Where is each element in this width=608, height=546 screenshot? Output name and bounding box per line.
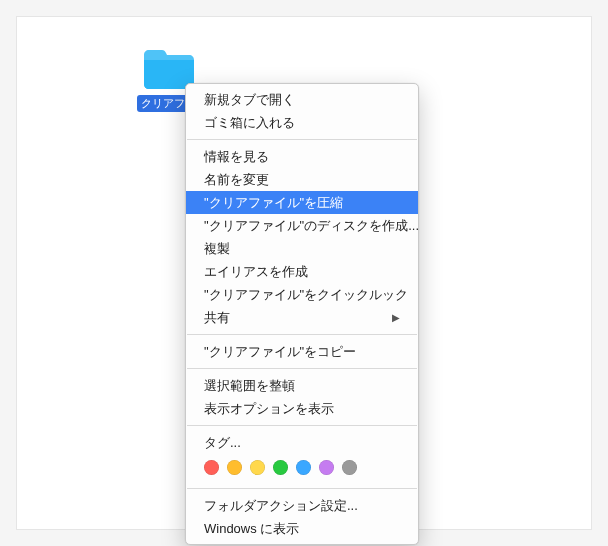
menu-copy[interactable]: "クリアファイル"をコピー [186, 340, 418, 363]
menu-label: ゴミ箱に入れる [204, 114, 295, 131]
tag-red[interactable] [204, 460, 219, 475]
menu-view-options[interactable]: 表示オプションを表示 [186, 397, 418, 420]
menu-arrange-selection[interactable]: 選択範囲を整頓 [186, 374, 418, 397]
menu-label: 情報を見る [204, 148, 269, 165]
tag-orange[interactable] [227, 460, 242, 475]
tag-purple[interactable] [319, 460, 334, 475]
desktop-area[interactable]: クリアファ… 新規タブで開く ゴミ箱に入れる 情報を見る 名前を変更 "クリアフ… [16, 16, 592, 530]
menu-label: 複製 [204, 240, 230, 257]
menu-separator [187, 368, 417, 369]
menu-label: 共有 [204, 309, 230, 326]
menu-rename[interactable]: 名前を変更 [186, 168, 418, 191]
tag-green[interactable] [273, 460, 288, 475]
menu-folder-actions[interactable]: フォルダアクション設定... [186, 494, 418, 517]
menu-get-info[interactable]: 情報を見る [186, 145, 418, 168]
menu-separator [187, 334, 417, 335]
menu-burn-disk[interactable]: "クリアファイル"のディスクを作成... [186, 214, 418, 237]
tag-gray[interactable] [342, 460, 357, 475]
menu-separator [187, 488, 417, 489]
menu-duplicate[interactable]: 複製 [186, 237, 418, 260]
menu-label: Windows に表示 [204, 520, 299, 537]
menu-label: "クリアファイル"をクイックルック [204, 286, 408, 303]
menu-label: "クリアファイル"をコピー [204, 343, 356, 360]
menu-separator [187, 425, 417, 426]
menu-label: "クリアファイル"を圧縮 [204, 194, 343, 211]
context-menu: 新規タブで開く ゴミ箱に入れる 情報を見る 名前を変更 "クリアファイル"を圧縮… [185, 83, 419, 545]
menu-label: 選択範囲を整頓 [204, 377, 295, 394]
menu-label: タグ... [204, 434, 241, 451]
menu-label: エイリアスを作成 [204, 263, 308, 280]
menu-compress[interactable]: "クリアファイル"を圧縮 [186, 191, 418, 214]
chevron-right-icon: ▶ [392, 309, 400, 326]
menu-move-to-trash[interactable]: ゴミ箱に入れる [186, 111, 418, 134]
menu-quicklook[interactable]: "クリアファイル"をクイックルック [186, 283, 418, 306]
menu-label: "クリアファイル"のディスクを作成... [204, 217, 418, 234]
menu-open-new-tab[interactable]: 新規タブで開く [186, 88, 418, 111]
menu-label: 表示オプションを表示 [204, 400, 334, 417]
menu-tags-label[interactable]: タグ... [186, 431, 418, 454]
tag-color-row [186, 454, 418, 483]
menu-share[interactable]: 共有 ▶ [186, 306, 418, 329]
menu-label: 新規タブで開く [204, 91, 295, 108]
tag-blue[interactable] [296, 460, 311, 475]
tag-yellow[interactable] [250, 460, 265, 475]
menu-show-in-windows[interactable]: Windows に表示 [186, 517, 418, 540]
menu-label: フォルダアクション設定... [204, 497, 358, 514]
menu-make-alias[interactable]: エイリアスを作成 [186, 260, 418, 283]
menu-label: 名前を変更 [204, 171, 269, 188]
menu-separator [187, 139, 417, 140]
